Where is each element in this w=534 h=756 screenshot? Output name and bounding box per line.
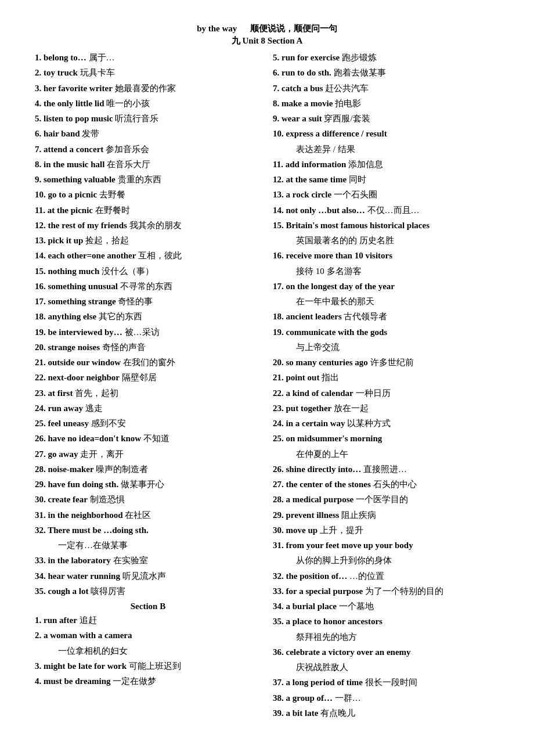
- item-number: 10.: [35, 190, 48, 199]
- list-item: 10. go to a picnic 去野餐: [35, 188, 261, 201]
- item-english: catch a bus: [282, 84, 323, 93]
- item-english: celebrate a victory over an enemy: [286, 647, 411, 657]
- list-item: 11. at the picnic 在野餐时: [35, 204, 261, 217]
- item-english: communicate with the gods: [286, 327, 388, 337]
- item-number: 2.: [35, 68, 44, 77]
- item-english: in the music hall: [44, 160, 104, 169]
- item-chinese: 庆祝战胜敌人: [273, 661, 499, 674]
- byway-en: by the way: [197, 24, 237, 33]
- item-english: might be late for work: [44, 661, 127, 671]
- item-chinese: 不知道: [143, 434, 169, 443]
- item-english: have no idea=don't know: [48, 434, 142, 443]
- item-chinese: 隔壁邻居: [122, 373, 157, 382]
- list-item: 1. run after 追赶: [35, 614, 261, 627]
- item-english: feel uneasy: [48, 419, 89, 428]
- item-chinese: 互相，彼此: [138, 251, 182, 260]
- item-chinese: 接待 10 多名游客: [273, 265, 499, 278]
- item-chinese: 我其余的朋友: [129, 221, 182, 230]
- item-chinese: 祭拜祖先的地方: [273, 631, 499, 644]
- list-item: 35. a place to honor ancestors祭拜祖先的地方: [273, 615, 499, 644]
- item-number: 16.: [35, 282, 48, 291]
- list-item: 24. run away 逃走: [35, 402, 261, 415]
- list-item: 10. express a difference / result表达差异 / …: [273, 127, 499, 156]
- item-chinese: 唯一的小孩: [106, 99, 150, 108]
- list-item: 17. on the longest day of the year在一年中最长…: [273, 280, 499, 309]
- list-item: 13. pick it up 捡起，拾起: [35, 234, 261, 247]
- list-item: 34. a burial place 一个墓地: [273, 600, 499, 613]
- item-english: a rock circle: [286, 190, 332, 199]
- item-english: something strange: [48, 297, 116, 306]
- item-number: 13.: [273, 190, 286, 199]
- item-number: 15.: [35, 267, 48, 276]
- list-item: 22. a kind of calendar 一种日历: [273, 387, 499, 400]
- item-chinese: 放在一起: [334, 404, 369, 413]
- list-item: 29. have fun doing sth. 做某事开心: [35, 478, 261, 491]
- item-english: the center of the stones: [286, 480, 371, 489]
- item-number: 24.: [273, 419, 286, 428]
- item-number: 1.: [35, 615, 44, 625]
- item-english: in the neighborhood: [48, 510, 123, 520]
- item-english: a kind of calendar: [286, 388, 353, 398]
- item-english: put together: [286, 404, 332, 413]
- list-item: 21. point out 指出: [273, 371, 499, 384]
- list-item: 22. next-door neighbor 隔壁邻居: [35, 371, 261, 384]
- item-english: point out: [286, 373, 320, 382]
- item-chinese: 感到不安: [91, 419, 126, 428]
- item-chinese: 以某种方式: [347, 419, 391, 428]
- list-item: 33. in the laboratory 在实验室: [35, 554, 261, 567]
- item-english: each other=one another: [48, 251, 136, 260]
- list-item: 12. the rest of my friends 我其余的朋友: [35, 219, 261, 232]
- list-item: 27. the center of the stones 石头的中心: [273, 478, 499, 491]
- item-english: toy truck: [44, 68, 78, 77]
- list-item: 7. catch a bus 赶公共汽车: [273, 82, 499, 95]
- item-chinese: 英国最著名的的 历史名胜: [273, 234, 499, 247]
- item-english: something unusual: [48, 282, 118, 291]
- item-english: in the laboratory: [48, 556, 111, 565]
- list-item: 5. listen to pop music 听流行音乐: [35, 112, 261, 125]
- item-number: 31.: [35, 510, 48, 520]
- item-number: 17.: [273, 282, 286, 291]
- item-chinese: 在实验室: [113, 556, 148, 565]
- item-number: 5.: [35, 114, 44, 123]
- item-number: 18.: [273, 312, 286, 321]
- item-number: 39.: [273, 708, 286, 718]
- item-english: There must be …doing sth.: [48, 525, 149, 535]
- list-item: 19. be interviewed by… 被…采访: [35, 326, 261, 339]
- list-item: 3. her favorite writer 她最喜爱的作家: [35, 82, 261, 95]
- item-chinese: 在野餐时: [95, 206, 130, 215]
- item-chinese: 首先，起初: [75, 388, 118, 398]
- item-number: 38.: [273, 693, 286, 703]
- item-chinese: 其它的东西: [99, 312, 142, 321]
- item-chinese: 石头的中心: [373, 480, 417, 489]
- item-number: 30.: [273, 525, 286, 535]
- item-chinese: 在音乐大厅: [107, 160, 150, 169]
- section-b-title: Section B: [35, 602, 261, 611]
- item-number: 35.: [35, 586, 48, 596]
- item-english: a woman with a camera: [44, 631, 132, 640]
- list-item: 14. not only …but also… 不仅…而且…: [273, 204, 499, 217]
- item-chinese: 跑着去做某事: [334, 68, 386, 77]
- item-chinese: 与上帝交流: [273, 341, 499, 354]
- list-item: 30. move up 上升，提升: [273, 524, 499, 537]
- list-item: 29. prevent illness 阻止疾病: [273, 509, 499, 522]
- item-number: 9.: [35, 175, 44, 184]
- item-chinese: 属于…: [89, 53, 115, 62]
- item-chinese: 跑步锻炼: [342, 53, 377, 62]
- item-number: 1.: [35, 53, 44, 62]
- item-number: 27.: [35, 449, 48, 459]
- item-number: 23.: [35, 388, 48, 398]
- list-item: 28. a medical purpose 一个医学目的: [273, 493, 499, 506]
- list-item: 32. the position of… …的位置: [273, 570, 499, 583]
- item-english: be interviewed by…: [48, 327, 122, 337]
- item-english: for a special purpose: [286, 586, 363, 596]
- item-number: 12.: [273, 175, 286, 184]
- item-english: wear a suit: [282, 114, 322, 123]
- item-chinese: 做某事开心: [121, 480, 164, 489]
- item-chinese: 咳得厉害: [91, 586, 125, 596]
- item-number: 27.: [273, 480, 286, 489]
- byway-zh: 顺便说说，顺便问一句: [250, 24, 337, 33]
- item-number: 24.: [35, 404, 48, 413]
- list-item: 34. hear water running 听见流水声: [35, 570, 261, 583]
- list-item: 21. outside our window 在我们的窗外: [35, 356, 261, 369]
- item-number: 37.: [273, 678, 286, 687]
